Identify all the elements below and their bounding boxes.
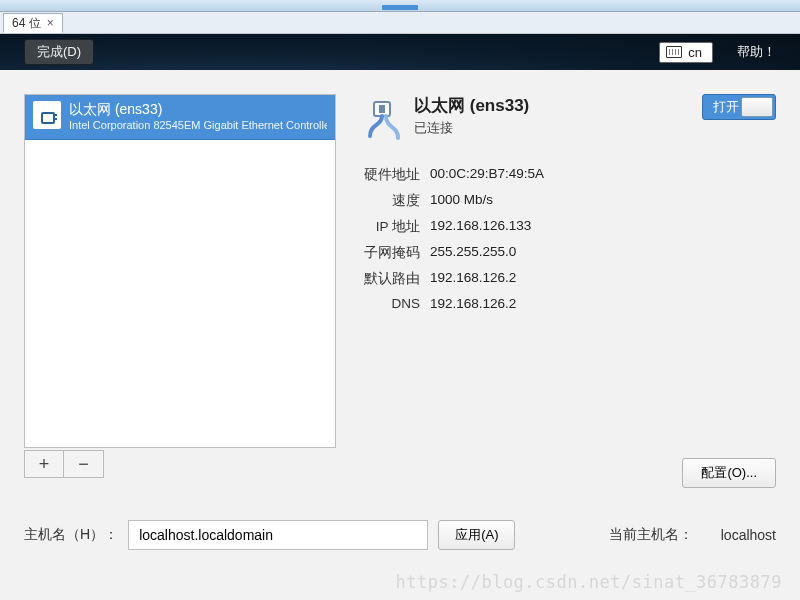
tab-64bit[interactable]: 64 位 × bbox=[3, 13, 63, 33]
v-mask: 255.255.255.0 bbox=[430, 244, 516, 262]
k-gw: 默认路由 bbox=[360, 270, 420, 288]
k-hwaddr: 硬件地址 bbox=[360, 166, 420, 184]
ime-label: cn bbox=[688, 45, 702, 60]
device-add-remove: + − bbox=[24, 450, 336, 478]
tab-strip: 64 位 × bbox=[0, 12, 800, 34]
ethernet-icon bbox=[33, 101, 61, 129]
ethernet-icon bbox=[360, 96, 408, 144]
hostname-label: 主机名（H）： bbox=[24, 526, 118, 544]
ime-indicator[interactable]: cn bbox=[659, 42, 713, 63]
help-link[interactable]: 帮助！ bbox=[737, 43, 776, 61]
v-gw: 192.168.126.2 bbox=[430, 270, 516, 288]
detail-title: 以太网 (ens33) bbox=[414, 94, 529, 117]
device-item-title: 以太网 (ens33) bbox=[69, 101, 327, 119]
main-panel: 以太网 (ens33) Intel Corporation 82545EM Gi… bbox=[0, 70, 800, 600]
device-detail: 以太网 (ens33) 已连接 打开 硬件地址00:0C:29:B7:49:5A… bbox=[360, 94, 776, 319]
hostname-input[interactable] bbox=[128, 520, 428, 550]
k-mask: 子网掩码 bbox=[360, 244, 420, 262]
configure-button[interactable]: 配置(O)... bbox=[682, 458, 776, 488]
k-speed: 速度 bbox=[360, 192, 420, 210]
tab-label: 64 位 bbox=[12, 15, 41, 32]
apply-hostname-button[interactable]: 应用(A) bbox=[438, 520, 515, 550]
window-chrome bbox=[0, 0, 800, 12]
current-hostname-value: localhost bbox=[721, 527, 776, 543]
current-hostname-label: 当前主机名： bbox=[609, 526, 693, 544]
page-header: 完成(D) cn 帮助！ bbox=[0, 34, 800, 70]
v-dns: 192.168.126.2 bbox=[430, 296, 516, 311]
detail-status: 已连接 bbox=[414, 119, 529, 137]
detail-properties: 硬件地址00:0C:29:B7:49:5A 速度1000 Mb/s IP 地址1… bbox=[360, 166, 776, 311]
svg-rect-1 bbox=[379, 105, 385, 113]
device-item-subtitle: Intel Corporation 82545EM Gigabit Ethern… bbox=[69, 119, 327, 131]
v-hwaddr: 00:0C:29:B7:49:5A bbox=[430, 166, 544, 184]
v-ip: 192.168.126.133 bbox=[430, 218, 531, 236]
device-listbox[interactable]: 以太网 (ens33) Intel Corporation 82545EM Gi… bbox=[24, 94, 336, 448]
remove-device-button[interactable]: − bbox=[64, 450, 104, 478]
k-dns: DNS bbox=[360, 296, 420, 311]
done-button[interactable]: 完成(D) bbox=[24, 39, 94, 65]
k-ip: IP 地址 bbox=[360, 218, 420, 236]
toggle-label: 打开 bbox=[713, 98, 739, 116]
keyboard-icon bbox=[666, 46, 682, 58]
connection-toggle[interactable]: 打开 bbox=[702, 94, 776, 120]
hostname-row: 主机名（H）： 应用(A) 当前主机名： localhost bbox=[24, 520, 776, 550]
v-speed: 1000 Mb/s bbox=[430, 192, 493, 210]
watermark: https://blog.csdn.net/sinat_36783879 bbox=[396, 572, 782, 592]
device-item-ens33[interactable]: 以太网 (ens33) Intel Corporation 82545EM Gi… bbox=[25, 95, 335, 140]
close-icon[interactable]: × bbox=[47, 16, 54, 30]
add-device-button[interactable]: + bbox=[24, 450, 64, 478]
device-list-panel: 以太网 (ens33) Intel Corporation 82545EM Gi… bbox=[24, 94, 336, 478]
